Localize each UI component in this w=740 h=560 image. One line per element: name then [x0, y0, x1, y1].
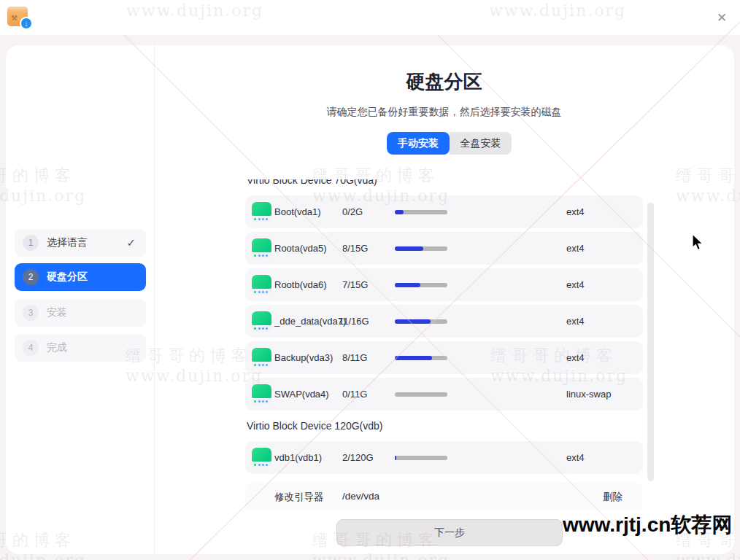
partition-usage: 11/16G	[339, 316, 369, 327]
partition-filesystem: ext4	[566, 279, 585, 290]
usage-bar-fill	[395, 356, 432, 360]
step-label: 选择语言	[47, 236, 88, 249]
partition-filesystem: linux-swap	[566, 389, 611, 400]
partition-filesystem: ext4	[566, 352, 585, 363]
close-icon[interactable]: ✕	[712, 9, 731, 27]
partition-name: Boot(vda1)	[274, 206, 321, 217]
full-disk-install-tab[interactable]: 全盘安装	[450, 132, 512, 155]
usage-bar	[395, 356, 447, 360]
installer-window: ⚒ ↓ ✕ 1 选择语言 ✓ 2 硬盘分区 3 安装 4 完成 硬盘分区 请确定…	[0, 0, 740, 560]
partition-usage: 0/2G	[342, 206, 363, 217]
install-mode-toggle: 手动安装 全盘安装	[387, 132, 512, 155]
bootloader-bar: 修改引导器 /dev/vda 删除	[245, 483, 643, 510]
partition-row-swap[interactable]: SWAP(vda4) 0/11G linux-swap	[245, 378, 643, 411]
download-badge-icon: ↓	[20, 17, 33, 30]
usage-bar	[395, 283, 447, 287]
partition-list: Virtio Block Device 70G(vda) Boot(vda1) …	[245, 179, 643, 478]
step-number: 3	[23, 305, 39, 321]
partition-name: Rootb(vda6)	[274, 279, 327, 290]
step-install: 3 安装	[15, 299, 146, 327]
partition-filesystem: ext4	[566, 243, 585, 254]
partition-filesystem: ext4	[566, 452, 585, 463]
partition-usage: 0/11G	[342, 389, 367, 400]
content-area: 硬盘分区 请确定您已备份好重要数据，然后选择要安装的磁盘 手动安装 全盘安装 V…	[154, 45, 734, 554]
step-disk-partition: 2 硬盘分区	[15, 263, 146, 291]
partition-filesystem: ext4	[566, 206, 585, 217]
partition-filesystem: ext4	[566, 316, 585, 327]
partition-row-boot[interactable]: Boot(vda1) 0/2G ext4	[245, 195, 643, 228]
partition-row-rootb[interactable]: Rootb(vda6) 7/15G ext4	[245, 268, 643, 301]
usage-bar	[395, 392, 447, 397]
disk-icon	[252, 238, 271, 258]
partition-usage: 7/15G	[342, 279, 368, 290]
step-complete: 4 完成	[15, 334, 146, 362]
usage-bar-fill	[395, 210, 404, 214]
partition-row-vdb1[interactable]: vdb1(vdb1) 2/120G ext4	[245, 441, 643, 474]
step-select-language: 1 选择语言 ✓	[15, 229, 146, 257]
tools-glyph-icon: ⚒	[11, 14, 18, 22]
usage-bar	[395, 210, 447, 214]
installer-app-icon: ⚒ ↓	[7, 5, 34, 31]
partition-usage: 8/15G	[342, 243, 368, 254]
page-subtitle: 请确定您已备份好重要数据，然后选择要安装的磁盘	[154, 106, 734, 119]
check-icon: ✓	[126, 236, 136, 249]
step-number: 2	[23, 269, 39, 285]
disk-icon	[252, 202, 271, 222]
manual-install-tab[interactable]: 手动安装	[387, 132, 450, 155]
partition-row-dde-data[interactable]: _dde_data(vda7) 11/16G ext4	[245, 305, 643, 338]
disk-icon	[252, 311, 271, 331]
partition-name: Backup(vda3)	[274, 352, 333, 363]
rjtj-watermark: www.rjtj.cn软荐网	[563, 511, 732, 539]
list-scrollbar[interactable]	[647, 203, 654, 481]
page-title: 硬盘分区	[154, 69, 734, 95]
disk-icon	[252, 384, 271, 404]
package-fold	[7, 7, 28, 13]
partition-usage: 8/11G	[342, 352, 367, 363]
partition-name: _dde_data(vda7)	[274, 316, 346, 327]
partition-name: SWAP(vda4)	[274, 389, 329, 400]
partition-row-backup[interactable]: Backup(vda3) 8/11G ext4	[245, 341, 643, 374]
titlebar: ⚒ ↓ ✕	[0, 0, 740, 35]
step-label: 硬盘分区	[47, 271, 88, 284]
usage-bar-fill	[395, 319, 431, 324]
usage-bar	[395, 246, 447, 251]
usage-bar	[395, 456, 447, 460]
step-label: 完成	[47, 341, 67, 354]
step-label: 安装	[47, 306, 67, 319]
step-number: 1	[23, 235, 39, 251]
disk-header-vdb: Virtio Block Device 120G(vdb)	[247, 420, 382, 432]
main-card: 1 选择语言 ✓ 2 硬盘分区 3 安装 4 完成 硬盘分区 请确定您已备份好重…	[6, 45, 734, 554]
delete-button[interactable]: 删除	[603, 491, 623, 504]
partition-usage: 2/120G	[342, 452, 374, 463]
usage-bar-fill	[395, 283, 420, 287]
disk-header-vda: Virtio Block Device 70G(vda)	[247, 179, 377, 186]
usage-bar-fill	[395, 246, 423, 251]
disk-icon	[252, 348, 271, 368]
step-number: 4	[23, 340, 39, 356]
partition-name: Roota(vda5)	[274, 243, 327, 254]
usage-bar-fill	[395, 456, 396, 460]
next-button[interactable]: 下一步	[336, 519, 563, 546]
disk-icon	[252, 448, 271, 467]
partition-name: vdb1(vdb1)	[274, 452, 322, 463]
usage-bar	[395, 319, 447, 324]
bootloader-device-value[interactable]: /dev/vda	[342, 491, 379, 502]
disk-icon	[252, 275, 271, 295]
partition-row-roota[interactable]: Roota(vda5) 8/15G ext4	[245, 232, 643, 265]
modify-bootloader-button[interactable]: 修改引导器	[274, 491, 324, 504]
